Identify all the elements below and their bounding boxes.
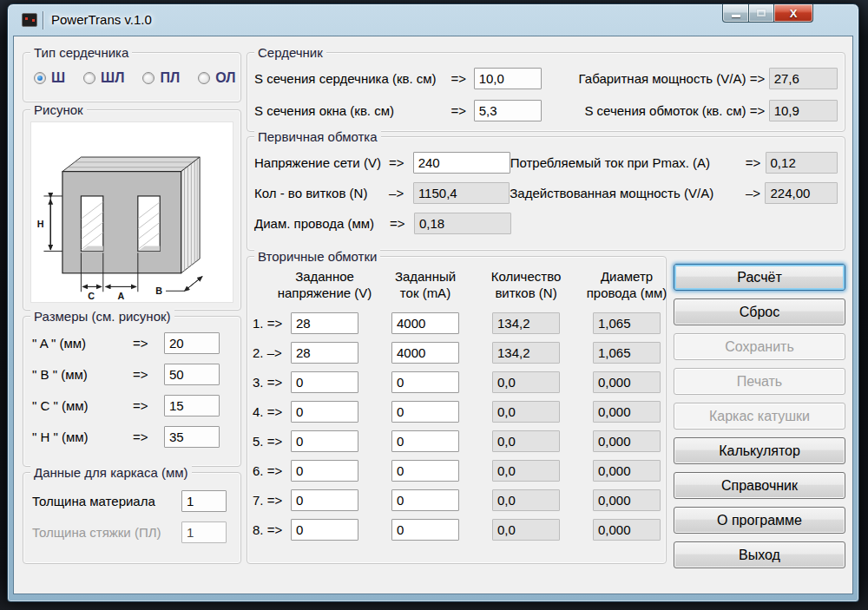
core-area-input[interactable]	[474, 68, 542, 89]
radio-icon	[34, 72, 46, 84]
secondary-diameter-output: 0,000	[593, 401, 661, 423]
secondary-diameter-output: 0,000	[593, 430, 661, 452]
engaged-power-output: 224,00	[765, 182, 838, 204]
core-area-label: S сечения сердечника (кв. см)	[254, 71, 450, 86]
primary-winding-legend: Первичная обмотка	[254, 129, 381, 144]
secondary-turns-output: 0,0	[492, 401, 560, 423]
secondary-voltage-input[interactable]	[291, 519, 358, 541]
size-row-h: " H " (мм) =>	[32, 425, 232, 448]
row-number-label: 3. =>	[253, 375, 291, 390]
size-h-arrow: =>	[133, 430, 164, 444]
size-a-arrow: =>	[133, 336, 164, 351]
core-area-arrow: =>	[450, 71, 473, 86]
secondary-current-input[interactable]	[391, 371, 459, 393]
calculator-button[interactable]: Калькулятор	[674, 437, 845, 464]
secondary-current-input[interactable]	[391, 401, 459, 423]
core-type-radio-ОЛ[interactable]: ОЛ	[198, 70, 235, 86]
title-separator	[43, 11, 43, 30]
mains-voltage-input[interactable]	[413, 152, 510, 174]
row-number-label: 7. =>	[253, 493, 291, 508]
size-c-input[interactable]	[164, 395, 220, 417]
core-type-radio-Ш[interactable]: Ш	[34, 70, 65, 86]
secondary-row: 8. =>0,00,000	[253, 519, 664, 541]
radio-icon	[142, 72, 155, 84]
frame-data-group: Данные для каркаса (мм) Толщина материал…	[23, 472, 241, 564]
titlebar[interactable]: PowerTrans v.1.0 X	[8, 4, 858, 36]
save-button: Сохранить	[674, 333, 845, 360]
secondary-current-input[interactable]	[391, 430, 459, 452]
secondary-voltage-input[interactable]	[291, 401, 358, 423]
material-thickness-label: Толщина материала	[32, 494, 181, 508]
secondary-voltage-input[interactable]	[291, 430, 358, 452]
core-row-1: S сечения сердечника (кв. см) => Габарит…	[254, 67, 838, 89]
overall-power-output: 27,6	[769, 68, 838, 89]
window-title: PowerTrans v.1.0	[51, 12, 152, 27]
row-number-label: 2. –>	[253, 345, 291, 360]
reset-button[interactable]: Сброс	[674, 298, 845, 325]
secondary-turns-output: 134,2	[492, 342, 560, 364]
print-button: Печать	[674, 368, 845, 395]
tie-thickness-input[interactable]	[181, 521, 227, 543]
turns-count-output: 1150,4	[413, 182, 510, 204]
secondary-current-input[interactable]	[391, 312, 459, 334]
secondary-diameter-output: 0,000	[593, 460, 661, 482]
minimize-button[interactable]	[722, 4, 749, 23]
secondary-voltage-input[interactable]	[291, 489, 358, 511]
consumed-current-arrow: =>	[741, 155, 766, 170]
secondary-current-input[interactable]	[391, 460, 459, 482]
secondary-voltage-input[interactable]	[291, 371, 358, 393]
radio-label: ОЛ	[215, 70, 235, 86]
secondary-rows: 1. =>134,21,0652. –>134,21,0653. =>0,00,…	[253, 312, 664, 548]
frame-data-legend: Данные для каркаса (мм)	[30, 465, 192, 480]
engaged-power-arrow: –>	[741, 186, 766, 200]
coil-frame-button: Каркас катушки	[674, 403, 845, 430]
app-window: PowerTrans v.1.0 X Тип сердечника ШШЛПЛО…	[7, 3, 859, 602]
reference-button[interactable]: Справочник	[674, 472, 845, 499]
tie-thickness-label: Толщина стяжки (ПЛ)	[32, 525, 181, 540]
wire-diameter-label: Диам. провода (мм)	[254, 216, 390, 231]
radio-label: Ш	[51, 70, 65, 86]
secondary-row: 5. =>0,00,000	[253, 430, 664, 452]
svg-text:B: B	[155, 285, 162, 296]
core-section-legend: Сердечник	[254, 45, 326, 60]
secondary-current-input[interactable]	[391, 519, 459, 541]
close-button[interactable]: X	[774, 4, 813, 23]
exit-button[interactable]: Выход	[674, 541, 845, 568]
calculate-button[interactable]: Расчёт	[674, 264, 845, 291]
secondary-voltage-input[interactable]	[291, 342, 358, 364]
window-area-input[interactable]	[474, 100, 542, 121]
row-number-label: 6. =>	[253, 463, 291, 478]
mains-voltage-arrow: =>	[389, 155, 413, 170]
core-type-radio-ШЛ[interactable]: ШЛ	[83, 70, 124, 86]
svg-text:C: C	[88, 291, 95, 301]
core-type-group: Тип сердечника ШШЛПЛОЛ	[23, 52, 241, 102]
size-c-arrow: =>	[133, 398, 164, 413]
secondary-diameter-output: 0,000	[593, 519, 661, 541]
material-thickness-row: Толщина материала	[32, 489, 232, 512]
size-h-input[interactable]	[164, 426, 220, 448]
svg-text:A: A	[117, 291, 124, 301]
radio-label: ШЛ	[101, 70, 124, 86]
secondary-voltage-input[interactable]	[291, 460, 358, 482]
size-b-label: " B " (мм)	[32, 367, 133, 382]
secondary-voltage-input[interactable]	[291, 312, 358, 334]
secondary-current-input[interactable]	[391, 489, 459, 511]
material-thickness-input[interactable]	[181, 490, 227, 512]
picture-legend: Рисунок	[30, 102, 87, 117]
tie-thickness-row: Толщина стяжки (ПЛ)	[32, 521, 232, 543]
turns-count-arrow: –>	[389, 186, 413, 200]
mains-voltage-label: Напряжение сети (V)	[254, 155, 389, 170]
about-button[interactable]: О программе	[674, 507, 845, 534]
primary-row-1: Напряжение сети (V) => Потребляемый ток …	[254, 151, 838, 174]
wire-diameter-output: 0,18	[414, 213, 511, 234]
size-a-input[interactable]	[164, 332, 220, 354]
secondary-row: 3. =>0,00,000	[253, 371, 664, 393]
secondary-diameter-output: 0,000	[593, 489, 661, 511]
size-b-input[interactable]	[164, 364, 220, 385]
core-type-radio-ПЛ[interactable]: ПЛ	[142, 70, 180, 86]
maximize-button[interactable]	[749, 4, 774, 23]
consumed-current-label: Потребляемый ток при Pmax. (A)	[510, 155, 741, 170]
wire-diameter-arrow: =>	[390, 216, 414, 231]
secondary-current-input[interactable]	[391, 342, 459, 364]
secondary-windings-group: Вторичные обмотки Заданноенапряжение (V)…	[247, 256, 667, 564]
